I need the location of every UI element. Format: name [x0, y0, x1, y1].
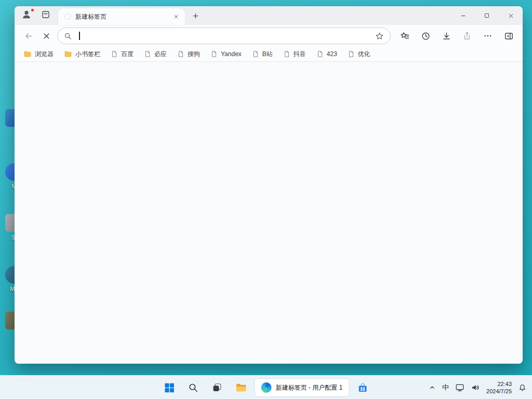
bookmark-item[interactable]: 百度	[106, 48, 138, 60]
desktop: M 蒲 Ma 新建标签页	[0, 0, 532, 399]
microsoft-store-button[interactable]	[352, 377, 373, 398]
bookmark-label: 必应	[154, 50, 167, 59]
page-icon	[252, 50, 259, 58]
page-icon	[283, 50, 290, 58]
taskbar-edge-window-button[interactable]: 新建标签页 - 用户配置 1	[255, 378, 350, 397]
settings-menu-button[interactable]	[479, 27, 497, 45]
edge-logo-icon	[261, 382, 272, 393]
history-button[interactable]	[417, 27, 434, 45]
tab-actions-menu-icon	[41, 10, 50, 21]
bookmark-label: 搜狗	[188, 50, 200, 59]
ime-indicator[interactable]: 中	[442, 383, 449, 392]
page-icon	[316, 50, 324, 58]
page-icon	[177, 50, 184, 58]
stop-loading-button[interactable]	[37, 27, 55, 45]
folder-icon	[23, 50, 32, 58]
titlebar: 新建标签页	[15, 6, 523, 25]
page-content-area	[15, 61, 523, 364]
clock[interactable]: 22:43 2024/7/25	[486, 380, 512, 395]
tab-actions-menu-button[interactable]	[39, 9, 52, 22]
task-view-icon	[212, 382, 222, 393]
bookmark-item[interactable]: B站	[247, 48, 277, 60]
edge-window-label: 新建标签页 - 用户配置 1	[276, 383, 343, 392]
page-icon	[144, 50, 151, 58]
add-favorite-icon[interactable]	[375, 32, 384, 41]
tab-favicon-icon	[64, 14, 71, 20]
task-view-button[interactable]	[207, 377, 228, 398]
edge-browser-window: 新建标签页	[15, 6, 523, 364]
tab-new-tab-page[interactable]: 新建标签页	[58, 8, 185, 25]
profile-notification-dot	[31, 8, 34, 12]
search-icon	[188, 382, 198, 393]
tab-title: 新建标签页	[75, 12, 171, 21]
taskbar-search-button[interactable]	[183, 377, 204, 398]
window-controls	[451, 6, 523, 25]
folder-icon	[64, 50, 72, 58]
file-explorer-button[interactable]	[231, 377, 251, 398]
bookmark-item[interactable]: 搜狗	[172, 48, 205, 60]
toolbar-actions	[396, 27, 517, 45]
page-icon	[210, 50, 218, 58]
favorites-button[interactable]	[396, 27, 414, 45]
notification-bell-icon	[518, 383, 527, 392]
sidebar-toggle-button[interactable]	[500, 27, 517, 45]
bookmark-label: 百度	[121, 50, 134, 59]
page-icon	[348, 50, 355, 58]
clock-date: 2024/7/25	[486, 388, 512, 395]
network-icon	[455, 383, 464, 392]
bookmark-item[interactable]: 抖音	[278, 48, 311, 60]
show-hidden-icons-button[interactable]	[429, 384, 436, 391]
file-explorer-icon	[235, 382, 247, 393]
bookmark-folder[interactable]: 小书签栏	[59, 48, 105, 60]
bookmark-item[interactable]: Yandex	[206, 49, 246, 59]
bookmark-item[interactable]: 423	[312, 49, 342, 59]
back-button[interactable]	[20, 27, 37, 45]
network-button[interactable]	[455, 383, 464, 392]
bookmark-label: Yandex	[221, 50, 242, 58]
address-bar[interactable]	[57, 28, 391, 44]
bookmark-label: 小书签栏	[75, 50, 100, 59]
bookmark-label: 抖音	[294, 50, 306, 59]
store-icon	[357, 382, 368, 393]
bookmark-label: 423	[327, 50, 337, 58]
minimize-button[interactable]	[451, 6, 475, 25]
bookmarks-bar: 浏览器 小书签栏 百度 必应 搜狗 Yandex	[15, 47, 523, 61]
text-cursor	[79, 32, 80, 40]
bookmark-label: 优化	[358, 50, 370, 59]
close-window-button[interactable]	[499, 6, 523, 25]
bookmark-label: B站	[262, 50, 273, 59]
system-tray: 中 22:43 2024/7/25	[429, 376, 527, 399]
start-button[interactable]	[159, 377, 180, 398]
tab-close-button[interactable]	[171, 12, 181, 21]
clock-time: 22:43	[486, 380, 512, 388]
taskbar-center: 新建标签页 - 用户配置 1	[159, 376, 374, 399]
maximize-button[interactable]	[475, 6, 499, 25]
downloads-button[interactable]	[437, 27, 455, 45]
page-icon	[111, 50, 118, 58]
new-tab-button[interactable]	[188, 8, 203, 23]
search-icon	[64, 32, 72, 40]
profile-button[interactable]	[20, 9, 33, 22]
volume-button[interactable]	[471, 383, 480, 392]
taskbar: 新建标签页 - 用户配置 1 中 22:43 2024/7/25	[0, 375, 532, 399]
navigation-toolbar	[15, 25, 523, 47]
share-button[interactable]	[458, 27, 476, 45]
windows-logo-icon	[164, 382, 175, 393]
bookmark-folder[interactable]: 浏览器	[19, 48, 58, 60]
bookmark-item[interactable]: 优化	[343, 48, 375, 60]
bookmark-item[interactable]: 必应	[139, 48, 171, 60]
notifications-button[interactable]	[518, 383, 527, 392]
speaker-icon	[471, 383, 480, 392]
bookmark-label: 浏览器	[35, 50, 54, 59]
chevron-up-icon	[429, 384, 436, 391]
